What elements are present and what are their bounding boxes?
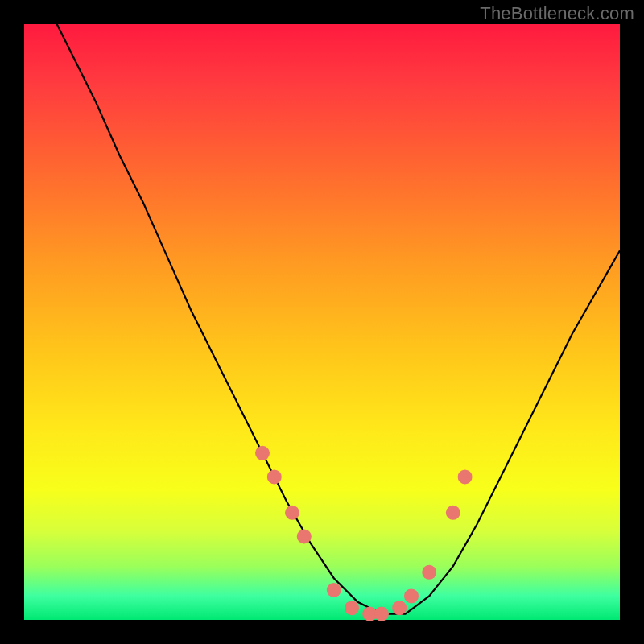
bottleneck-curve-path xyxy=(24,0,620,614)
chart-frame: TheBottleneck.com xyxy=(0,0,644,644)
curve-marker xyxy=(327,583,341,597)
watermark-text: TheBottleneck.com xyxy=(480,3,634,24)
curve-marker xyxy=(446,506,460,520)
curve-marker xyxy=(297,529,312,543)
curve-marker xyxy=(392,601,407,615)
curve-marker xyxy=(345,601,359,615)
curve-marker xyxy=(255,446,270,460)
curve-marker xyxy=(458,469,473,484)
plot-area xyxy=(24,24,620,620)
marker-group xyxy=(255,446,473,621)
curve-marker xyxy=(374,607,389,621)
curve-marker xyxy=(267,469,282,484)
curve-marker xyxy=(404,588,419,603)
chart-svg xyxy=(24,24,620,620)
curve-marker xyxy=(285,506,299,520)
curve-marker xyxy=(422,565,436,580)
